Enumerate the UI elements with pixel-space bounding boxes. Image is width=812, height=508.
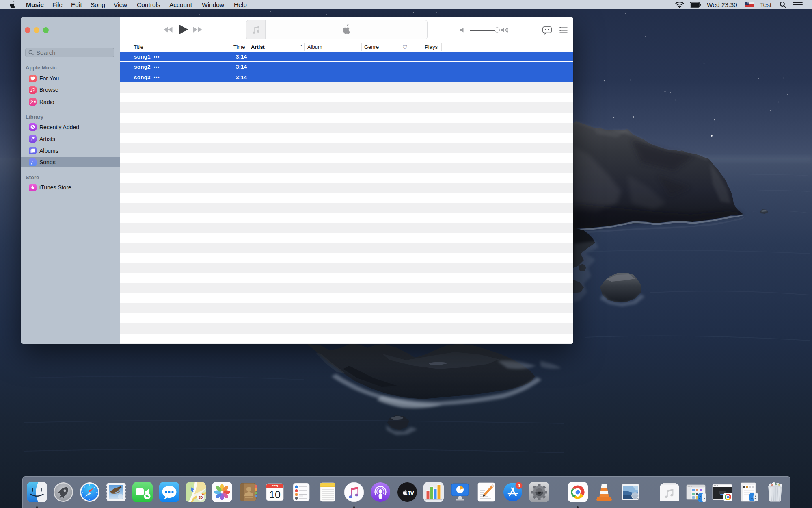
svg-text:4: 4 xyxy=(518,483,520,488)
svg-text:FEB: FEB xyxy=(272,484,278,488)
svg-text:3D: 3D xyxy=(199,495,203,499)
svg-text:tv: tv xyxy=(408,489,414,496)
svg-text:10: 10 xyxy=(269,489,281,500)
